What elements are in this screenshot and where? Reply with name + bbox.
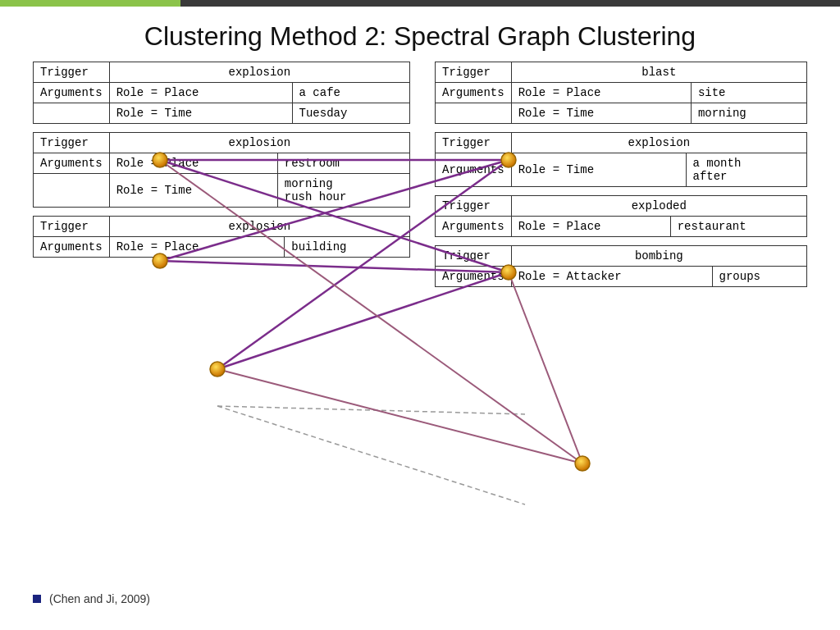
citation-text: (Chen and Ji, 2009) bbox=[49, 592, 150, 605]
trigger-value: explosion bbox=[511, 133, 806, 153]
value-cell: a cafe bbox=[292, 83, 409, 103]
table-row: Trigger explosion bbox=[436, 133, 807, 153]
table-row: Trigger explosion bbox=[34, 217, 410, 237]
table-row: Trigger bombing bbox=[436, 246, 807, 267]
role-cell: Role = Place bbox=[109, 153, 277, 174]
table-t6: Trigger exploded Arguments Role = Place … bbox=[435, 195, 807, 237]
footer: (Chen and Ji, 2009) bbox=[33, 592, 150, 605]
arg-label: Arguments bbox=[34, 83, 110, 103]
table-t4: Trigger blast Arguments Role = Place sit… bbox=[435, 62, 807, 124]
table-row: Role = Time morningrush hour bbox=[34, 174, 410, 208]
role-cell: Role = Time bbox=[511, 103, 691, 124]
bullet-icon bbox=[33, 595, 41, 603]
role-cell: Role = Time bbox=[511, 153, 686, 187]
graph-node bbox=[575, 456, 590, 471]
table-t7: Trigger bombing Arguments Role = Attacke… bbox=[435, 245, 807, 287]
role-cell: Role = Attacker bbox=[511, 267, 712, 287]
trigger-label: Trigger bbox=[34, 62, 110, 83]
table-row: Arguments Role = Place restaurant bbox=[436, 217, 807, 237]
trigger-value: blast bbox=[511, 62, 806, 83]
role-cell: Role = Place bbox=[109, 83, 292, 103]
arg-label: Arguments bbox=[436, 267, 512, 287]
value-cell: morningrush hour bbox=[277, 174, 409, 208]
value-cell: building bbox=[285, 237, 410, 258]
role-cell: Role = Time bbox=[109, 174, 277, 208]
table-row: Trigger explosion bbox=[34, 133, 410, 153]
trigger-value: bombing bbox=[511, 246, 806, 267]
table-row: Trigger exploded bbox=[436, 196, 807, 217]
top-bar bbox=[0, 0, 840, 7]
role-cell: Role = Time bbox=[109, 103, 292, 124]
graph-node bbox=[210, 362, 225, 377]
right-column: Trigger blast Arguments Role = Place sit… bbox=[435, 62, 807, 287]
value-cell: groups bbox=[712, 267, 806, 287]
trigger-label: Trigger bbox=[436, 196, 512, 217]
table-t1: Trigger explosion Arguments Role = Place… bbox=[33, 62, 410, 124]
left-column: Trigger explosion Arguments Role = Place… bbox=[33, 62, 410, 287]
trigger-value: exploded bbox=[511, 196, 806, 217]
value-cell: a monthafter bbox=[686, 153, 807, 187]
table-row: Trigger explosion bbox=[34, 62, 410, 83]
role-cell: Role = Place bbox=[511, 217, 670, 237]
table-row: Arguments Role = Time a monthafter bbox=[436, 153, 807, 187]
table-row: Role = Time Tuesday bbox=[34, 103, 410, 124]
graph-edge bbox=[217, 369, 582, 463]
arg-label: Arguments bbox=[436, 83, 512, 103]
table-t5: Trigger explosion Arguments Role = Time … bbox=[435, 132, 807, 187]
table-row: Trigger blast bbox=[436, 62, 807, 83]
table-t3: Trigger explosion Arguments Role = Place… bbox=[33, 216, 410, 258]
table-row: Arguments Role = Place restroom bbox=[34, 153, 410, 174]
trigger-label: Trigger bbox=[34, 217, 110, 237]
trigger-value: explosion bbox=[109, 62, 409, 83]
table-row: Arguments Role = Place site bbox=[436, 83, 807, 103]
arg-label bbox=[436, 103, 512, 124]
value-cell: restaurant bbox=[670, 217, 806, 237]
dashed-line bbox=[217, 406, 525, 504]
table-row: Arguments Role = Attacker groups bbox=[436, 267, 807, 287]
value-cell: restroom bbox=[277, 153, 409, 174]
trigger-label: Trigger bbox=[436, 133, 512, 153]
arg-label bbox=[34, 174, 110, 208]
dashed-line bbox=[217, 406, 525, 414]
arg-label: Arguments bbox=[34, 237, 110, 258]
page-title: Clustering Method 2: Spectral Graph Clus… bbox=[0, 7, 840, 62]
arg-label: Arguments bbox=[34, 153, 110, 174]
trigger-value: explosion bbox=[109, 217, 409, 237]
value-cell: Tuesday bbox=[292, 103, 409, 124]
graph-edge bbox=[509, 272, 582, 463]
arg-label bbox=[34, 103, 110, 124]
table-row: Arguments Role = Place building bbox=[34, 237, 410, 258]
table-t2: Trigger explosion Arguments Role = Place… bbox=[33, 132, 410, 208]
role-cell: Role = Place bbox=[511, 83, 691, 103]
arg-label: Arguments bbox=[436, 217, 512, 237]
trigger-label: Trigger bbox=[436, 62, 512, 83]
table-row: Role = Time morning bbox=[436, 103, 807, 124]
value-cell: site bbox=[691, 83, 806, 103]
table-row: Arguments Role = Place a cafe bbox=[34, 83, 410, 103]
arg-label: Arguments bbox=[436, 153, 512, 187]
role-cell: Role = Place bbox=[109, 237, 285, 258]
value-cell: morning bbox=[691, 103, 806, 124]
trigger-label: Trigger bbox=[436, 246, 512, 267]
trigger-value: explosion bbox=[109, 133, 409, 153]
trigger-label: Trigger bbox=[34, 133, 110, 153]
